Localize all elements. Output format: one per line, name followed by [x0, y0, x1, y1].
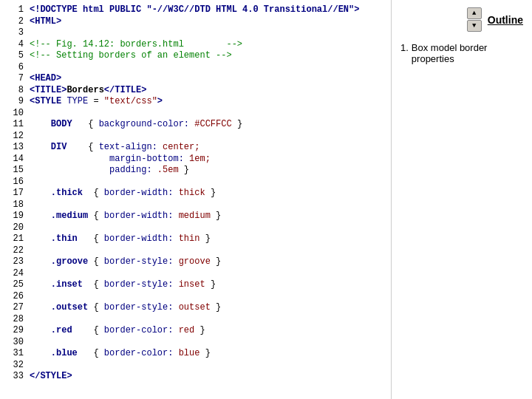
- code-line: 24: [6, 268, 385, 280]
- code-line: 2<HTML>: [6, 16, 385, 28]
- code-line: 4<!-- Fig. 14.12: borders.html -->: [6, 39, 385, 51]
- line-number: 5: [6, 50, 24, 62]
- line-number: 18: [6, 200, 24, 211]
- code-line: 25 .inset { border-style: inset }: [6, 279, 385, 291]
- code-line: 27 .outset { border-style: outset }: [6, 302, 385, 314]
- code-line: 22: [6, 245, 385, 257]
- line-number: 4: [6, 39, 24, 51]
- scroll-up-button[interactable]: ▲: [467, 7, 482, 19]
- line-content: .blue { border-color: blue }: [30, 348, 211, 360]
- code-line: 7<HEAD>: [6, 73, 385, 85]
- outline-item: 1. Box model border properties: [400, 42, 523, 64]
- outline-item-number: 1.: [400, 42, 409, 53]
- outline-title: Outline: [488, 14, 523, 26]
- line-number: 12: [6, 131, 24, 143]
- line-number: 21: [6, 233, 24, 245]
- line-content: <!DOCTYPE html PUBLIC "-//W3C//DTD HTML …: [30, 4, 359, 16]
- line-content: .medium { border-width: medium }: [30, 211, 221, 222]
- scroll-down-button[interactable]: ▼: [467, 20, 482, 32]
- line-content: <HTML>: [30, 16, 61, 28]
- code-line: 20: [6, 222, 385, 234]
- line-number: 31: [6, 348, 24, 360]
- line-content: .red { border-color: red }: [30, 325, 205, 337]
- line-number: 13: [6, 142, 24, 154]
- code-line: 14 margin-bottom: 1em;: [6, 154, 385, 166]
- line-number: 9: [6, 96, 24, 108]
- line-number: 22: [6, 245, 24, 257]
- code-line: 13 DIV { text-align: center;: [6, 142, 385, 154]
- line-number: 3: [6, 27, 24, 39]
- code-line: 30: [6, 337, 385, 349]
- line-number: 16: [6, 177, 24, 188]
- line-content: DIV { text-align: center;: [30, 142, 200, 154]
- code-line: 29 .red { border-color: red }: [6, 325, 385, 337]
- line-number: 10: [6, 108, 24, 120]
- code-line: 26: [6, 291, 385, 303]
- line-content: <!-- Fig. 14.12: borders.html -->: [30, 39, 242, 51]
- line-number: 15: [6, 165, 24, 177]
- code-line: 23 .groove { border-style: groove }: [6, 256, 385, 268]
- code-line: 5<!-- Setting borders of an element -->: [6, 50, 385, 62]
- line-number: 30: [6, 337, 24, 349]
- line-number: 7: [6, 73, 24, 85]
- code-line: 19 .medium { border-width: medium }: [6, 211, 385, 222]
- code-panel: 1<!DOCTYPE html PUBLIC "-//W3C//DTD HTML…: [0, 0, 392, 399]
- line-number: 6: [6, 62, 24, 74]
- line-number: 29: [6, 325, 24, 337]
- line-number: 20: [6, 222, 24, 234]
- code-line: 3: [6, 27, 385, 39]
- line-content: padding: .5em }: [30, 165, 189, 177]
- code-line: 15 padding: .5em }: [6, 165, 385, 177]
- line-content: margin-bottom: 1em;: [30, 154, 211, 166]
- outline-item-text: Box model border properties: [412, 42, 523, 64]
- line-content: .thick { border-width: thick }: [30, 188, 216, 200]
- code-line: 1<!DOCTYPE html PUBLIC "-//W3C//DTD HTML…: [6, 4, 385, 16]
- line-content: </STYLE>: [30, 371, 72, 383]
- code-line: 10: [6, 108, 385, 120]
- line-content: .inset { border-style: inset }: [30, 279, 216, 291]
- line-content: <TITLE>Borders</TITLE>: [30, 85, 146, 97]
- line-number: 23: [6, 256, 24, 268]
- code-line: 18: [6, 200, 385, 211]
- outline-arrows: ▲ ▼: [467, 7, 482, 32]
- line-number: 14: [6, 154, 24, 166]
- line-number: 33: [6, 371, 24, 383]
- line-number: 8: [6, 85, 24, 97]
- line-number: 32: [6, 360, 24, 372]
- outline-list: 1. Box model border properties: [400, 42, 523, 67]
- code-line: 28: [6, 314, 385, 326]
- right-panel: ▲ ▼ Outline 1. Box model border properti…: [392, 0, 532, 399]
- line-number: 2: [6, 16, 24, 28]
- line-number: 26: [6, 291, 24, 303]
- outline-header: ▲ ▼ Outline: [400, 7, 523, 32]
- line-number: 11: [6, 119, 24, 131]
- line-content: BODY { background-color: #CCFFCC }: [30, 119, 242, 131]
- line-number: 25: [6, 279, 24, 291]
- line-content: <HEAD>: [30, 73, 61, 85]
- line-content: .outset { border-style: outset }: [30, 302, 221, 314]
- code-line: 11 BODY { background-color: #CCFFCC }: [6, 119, 385, 131]
- line-number: 28: [6, 314, 24, 326]
- code-line: 32: [6, 360, 385, 372]
- line-content: .thin { border-width: thin }: [30, 233, 211, 245]
- code-line: 33</STYLE>: [6, 371, 385, 383]
- line-content: <STYLE TYPE = "text/css">: [30, 96, 163, 108]
- code-line: 16: [6, 177, 385, 188]
- code-line: 21 .thin { border-width: thin }: [6, 233, 385, 245]
- code-line: 8<TITLE>Borders</TITLE>: [6, 85, 385, 97]
- code-line: 31 .blue { border-color: blue }: [6, 348, 385, 360]
- line-number: 17: [6, 188, 24, 200]
- line-number: 27: [6, 302, 24, 314]
- code-line: 17 .thick { border-width: thick }: [6, 188, 385, 200]
- line-number: 1: [6, 4, 24, 16]
- line-number: 19: [6, 211, 24, 222]
- code-line: 6: [6, 62, 385, 74]
- line-content: .groove { border-style: groove }: [30, 256, 221, 268]
- line-content: <!-- Setting borders of an element -->: [30, 50, 232, 62]
- code-line: 9<STYLE TYPE = "text/css">: [6, 96, 385, 108]
- code-line: 12: [6, 131, 385, 143]
- line-number: 24: [6, 268, 24, 280]
